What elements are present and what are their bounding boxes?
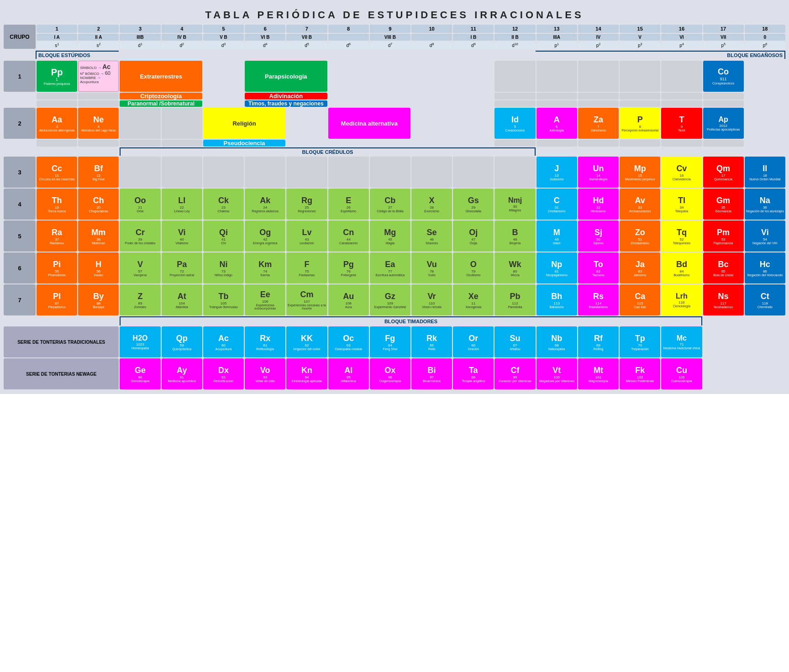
- category-row-2b: Pseudociencia: [4, 140, 785, 147]
- cat-adivinacion: Adivinación: [245, 93, 327, 100]
- element-Cu: Cu 103 Cuencoterapia: [661, 358, 702, 389]
- element-V: V 57 Vampiros: [120, 252, 160, 284]
- element-Cb: Cb 27 Código de la Biblia: [370, 189, 410, 220]
- element-Su: Su 67 Shiatsu: [494, 326, 535, 357]
- element-Km: Km 74 Karma: [245, 252, 285, 284]
- category-row-1c: Paranormal /Sobrenatural Timos, fraudes …: [4, 100, 785, 107]
- element-Rs: Rs 114 Rastafarismo: [578, 284, 619, 315]
- element-Nmj: Nmj 30 Milagros: [494, 189, 535, 220]
- bloque-timadores-label: BLOQUE TIMADORES: [120, 316, 702, 326]
- element-Wk: Wk 80 Wicca: [494, 252, 535, 284]
- element-Ay: Ay 91 Medicina ayuvédica: [162, 358, 202, 389]
- element-Z: Z 89 Zombies: [120, 284, 160, 315]
- element-Bi: Bi 97 Bioarmónica: [411, 358, 452, 389]
- period-row-3: 3 Cc 11 Círculos en las cosechas Bf 12 B…: [4, 157, 785, 188]
- element-Rx: Rx 61 Reflexología: [245, 326, 285, 357]
- bloque-credulos-label: BLOQUE CRÉDULOS: [120, 147, 535, 156]
- element-Vi: Vi 40 Vitalismo: [162, 220, 202, 252]
- element-Th: Th 19 Tierra hueca: [37, 189, 77, 220]
- element-M: M 49 Islam: [537, 220, 577, 252]
- element-Tq: Tq 52 Telequinesis: [661, 220, 702, 252]
- element-Tb: Tb 105 Triangulo Bermudas: [203, 284, 244, 315]
- element-Qp: Qp 59 Quiropráctica: [162, 326, 202, 357]
- element-Pp: Pp 1 Poderes psíquicos: [37, 61, 77, 92]
- element-Kn: Kn 94 Kinesiología aplicada: [286, 358, 327, 389]
- element-Un: Un 14 Numerología: [578, 157, 619, 188]
- period-row-6: 6 Pi 55 Piramidiotas H 56 Hadas V 57 Vam…: [4, 252, 785, 284]
- series2-label: SERIE DE TONTERIAS NEWAGE: [4, 358, 119, 389]
- row-3-label: 3: [4, 157, 36, 188]
- cat-medicina-alt: Medicina alternativa: [328, 108, 410, 139]
- element-Ll: Ll 22 Líneas Ley: [162, 189, 202, 220]
- element-Pm: Pm 53 Papiromancia: [703, 220, 744, 252]
- element-C: C 31 Cristianismo: [537, 189, 577, 220]
- bloque-timadores-row: BLOQUE TIMADORES: [4, 316, 785, 326]
- element-Vr: Vr 110 Visión remota: [411, 284, 452, 315]
- element-P: P 8 Percepción extrasensorial: [620, 108, 660, 139]
- element-F: F 75 Fantasmas: [286, 252, 327, 284]
- element-Ja: Ja 83 Jainismo: [620, 252, 660, 284]
- element-Nb: Nb 68 Naturopatía: [537, 326, 577, 357]
- element-Ak: Ak 24 Registros akásicos: [245, 189, 285, 220]
- element-Lrh: Lrh 116 Cienciología: [661, 284, 702, 315]
- element-Vt: Vt 100 Megadosis por vitaminas: [537, 358, 577, 389]
- element-Bf: Bf 12 Big Foot: [78, 157, 119, 188]
- element-Lv: Lv 43 Levitación: [286, 220, 327, 252]
- row-6-label: 6: [4, 252, 36, 284]
- grupo-label: CRUPO: [4, 25, 36, 49]
- element-Vi54: Vi 54 Negación del VIH: [745, 220, 785, 252]
- element-B: B 48 Brujería: [494, 220, 535, 252]
- element-Pb: Pb 112 Pareidolia: [494, 284, 535, 315]
- period-row-2: 2 Aa 3 Abducciones alienígenas Ne 4 Mons…: [4, 108, 785, 139]
- element-Tl: Tl 34 Telepatía: [661, 189, 702, 220]
- page-title: TABLA PERIÓDICA DE ESTUPIDECES IRRACIONA…: [3, 4, 786, 24]
- row-1-label: 1: [4, 61, 36, 92]
- series1-header: SERIE DE TONTERIAS TRADICIONALES H2O 102…: [4, 326, 785, 357]
- element-Oo: Oo 21 Orbs: [120, 189, 160, 220]
- element-Gm: Gm 35 Geomancia: [703, 189, 744, 220]
- element-H: H 56 Hadas: [78, 252, 119, 284]
- bloque-enganosos-label: BLOQUE ENGAÑOSOS: [536, 51, 785, 59]
- element-Gz: Gz 109 Experimento Ganzfeld: [370, 284, 410, 315]
- element-Xe: Xe 11 Xenoglosia: [453, 284, 494, 315]
- group-number-row: CRUPO 1 2 3 4 5 6 7 8 9 10 11 12 13 14 1…: [4, 25, 785, 33]
- element-Av: Av 33 Antivacunación: [620, 189, 660, 220]
- element-Mt: Mt 101 Magneterapia: [578, 358, 619, 389]
- periodic-table-page: TABLA PERIÓDICA DE ESTUPIDECES IRRACIONA…: [0, 0, 789, 394]
- element-Zo: Zo 51 Zoroastrismo: [620, 220, 660, 252]
- element-Pl: Pl 87 Pleyadianos: [37, 284, 77, 315]
- element-Cf: Cf 99 Curación por vitaminas: [494, 358, 535, 389]
- element-Cc: Cc 11 Círculos en las cosechas: [37, 157, 77, 188]
- element-Cr: Cr 39 Poder de los cristales: [120, 220, 160, 252]
- element-J: J 13 Judaísmo: [537, 157, 577, 188]
- element-X: X 28 Exorcismo: [411, 189, 452, 220]
- element-O: O 79 Ocultismo: [453, 252, 494, 284]
- row-7-label: 7: [4, 284, 36, 315]
- series1-label: SERIE DE TONTERIAS TRADICIONALES: [4, 326, 119, 357]
- cat-pseudociencia: Pseudociencia: [203, 140, 285, 147]
- period-row-7: 7 Pl 87 Pleyadianos By 88 Bunyips Z 89 Z…: [4, 284, 785, 315]
- element-Ch: Ch 20 Chupacabras: [78, 189, 119, 220]
- element-Ca: Ca 115 Cao Dai: [620, 284, 660, 315]
- row-5-label: 5: [4, 220, 36, 252]
- element-Fk: Fk 102 Método Feldenkrais: [620, 358, 660, 389]
- element-Id: Id 5 Creacionismo: [494, 108, 535, 139]
- element-Il: Il 18 Nuevo Orden Mundial: [745, 157, 785, 188]
- element-A: A 6 Astrología: [537, 108, 577, 139]
- element-Or: Or 66 Oración: [453, 326, 494, 357]
- element-Oc: Oc 63 Osteopatía craneal: [328, 326, 369, 357]
- element-Vu: Vu 78 Vudú: [411, 252, 452, 284]
- element-Cm: Cm 107 Experiencias cercanas a la muerte: [286, 284, 327, 315]
- cat-criptozoologia: Criptozoología: [120, 93, 202, 100]
- element-Mc: Mc 71 Medicina tradicional china: [661, 326, 702, 357]
- series2-header: SERIE DE TONTERIAS NEWAGE Ge 90 Gemotera…: [4, 358, 785, 389]
- element-Bd: Bd 84 Buddhismo: [661, 252, 702, 284]
- element-Mg: Mg 45 Magia: [370, 220, 410, 252]
- element-Ac: Ac 60 Acupuntura: [203, 326, 244, 357]
- element-Fg: Fg 64 Feng Shui: [370, 326, 410, 357]
- element-Za: Za 7 Zahorismo: [578, 108, 619, 139]
- element-Au: Au 108 Aura: [328, 284, 369, 315]
- element-Ns: Ns 117 Nostradamus: [703, 284, 744, 315]
- element-Ta: Ta 98 Terapia angélica: [453, 358, 494, 389]
- cat-parapsicologia: Parapsicología: [245, 61, 327, 92]
